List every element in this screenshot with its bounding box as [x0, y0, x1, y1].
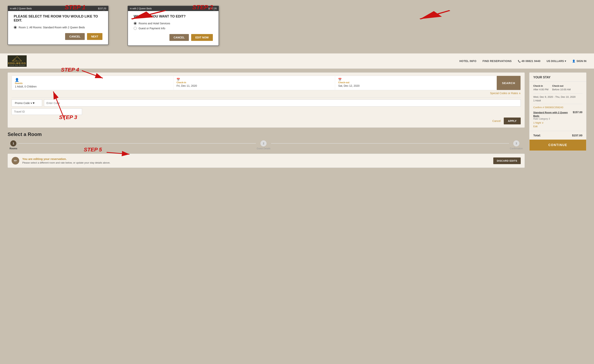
nav-currency[interactable]: US DOLLARS ▾: [547, 59, 566, 63]
stay-divider-1: [533, 93, 582, 94]
nights-toggle[interactable]: 1 Night ∨: [533, 121, 582, 124]
dialog2-buttons: CANCEL EDIT NOW: [134, 34, 213, 41]
guests-value: 1 Adult, 0 Children: [15, 85, 170, 88]
stay-dates: Wed, Dec 9, 2020 - Thu, Dec 10, 2020: [533, 96, 582, 98]
promo-select-wrap[interactable]: Promo Code ▾: [12, 99, 42, 106]
step2-label: STEP 2: [192, 4, 213, 11]
logo-area[interactable]: EDELWEISS LODGE AND RESORT: [8, 55, 27, 67]
promo-type-select[interactable]: Promo Code: [14, 101, 33, 105]
promo-code-input[interactable]: [44, 99, 521, 106]
dialog2-option2[interactable]: Guest or Payment Info: [134, 27, 213, 30]
stay-checkin-checkout-row: Check-in After 4:00 PM Check-out Before …: [533, 85, 582, 91]
dialog2: m with 2 Queen Beds $157.00 ✕ WHAT DO YO…: [128, 6, 219, 46]
stay-checkin-col: Check-in After 4:00 PM: [533, 85, 548, 91]
left-column: 👤 Guests 1 Adult, 0 Children 📅 Check-in …: [8, 72, 525, 168]
apply-button[interactable]: APPLY: [504, 117, 521, 124]
logo-subtext: LODGE AND RESORT: [9, 65, 26, 66]
step3-circle: 3: [513, 140, 519, 146]
editing-notice: ✏ You are editing your reservation. Plea…: [8, 154, 525, 168]
svg-marker-2: [13, 56, 22, 61]
stay-checkin-value: After 4:00 PM: [533, 88, 548, 91]
room-name-link[interactable]: Standard Room with 2 Queen Beds: [533, 111, 568, 117]
travel-id-row: [12, 108, 521, 115]
checkin-value: Fri, Dec 11, 2020: [176, 84, 332, 87]
step1-circle: 1: [10, 140, 16, 146]
nav-find-reservations[interactable]: FIND RESERVATIONS: [482, 59, 512, 63]
nav-hotel-info[interactable]: HOTEL INFO: [459, 59, 477, 63]
step3-annotation: STEP 3: [59, 114, 77, 120]
progress-step-1: 1 Rooms: [9, 140, 17, 150]
signin-label: SIGN IN: [576, 59, 586, 63]
dialog2-radio2[interactable]: [134, 27, 137, 30]
checkin-field[interactable]: 📅 Check-in Fri, Dec 11, 2020: [173, 76, 335, 90]
select-room-title: Select a Room: [8, 131, 525, 137]
dialog2-edit-now-button[interactable]: EDIT NOW: [191, 34, 213, 41]
nav-sign-in[interactable]: 👤 SIGN IN: [572, 59, 586, 63]
logo-name: EDELWEISS: [8, 62, 26, 65]
logo-box: EDELWEISS LODGE AND RESORT: [8, 55, 27, 67]
calendar-icon-checkout: 📅: [338, 78, 342, 81]
your-stay-card: YOUR STAY Check-in After 4:00 PM Check-o…: [529, 72, 586, 151]
dialog2-option1[interactable]: Rooms and Hotel Services: [134, 22, 213, 25]
dialog1-buttons: CANCEL NEXT: [14, 33, 102, 40]
discard-edits-button[interactable]: DISCARD EDITS: [493, 157, 521, 164]
editing-text-wrap: You are editing your reservation. Please…: [22, 157, 490, 164]
dialog1-header-room: m with 2 Queen Beds: [10, 7, 32, 10]
search-bar: 👤 Guests 1 Adult, 0 Children 📅 Check-in …: [8, 72, 525, 128]
progress-step-3: 3 Confirmation: [510, 140, 523, 150]
stay-checkout-col: Check-out Before 10:00 AM: [552, 85, 571, 91]
dialog1-next-button[interactable]: NEXT: [87, 33, 102, 40]
dialog2-option2-label: Guest or Payment Info: [139, 27, 165, 30]
stay-divider-2: [533, 104, 582, 104]
stay-guests: 1 Adult: [533, 99, 582, 102]
room-row: Standard Room with 2 Queen Beds $157.00: [533, 111, 582, 117]
search-button[interactable]: SEARCH: [497, 76, 520, 90]
progress-line-1: [18, 143, 256, 143]
room-info: Standard Room with 2 Queen Beds: [533, 111, 573, 117]
step3-circle-label: Confirmation: [510, 147, 523, 150]
room-category: Rate Category 3: [533, 117, 582, 120]
special-codes-toggle[interactable]: Special Codes or Rates ∧: [12, 90, 521, 96]
step5-annotation: STEP 5: [84, 147, 102, 153]
edit-link[interactable]: Edit: [533, 125, 582, 128]
travel-id-input[interactable]: [12, 108, 82, 115]
dialog2-radio1[interactable]: [134, 22, 137, 25]
continue-button[interactable]: CONTINUE: [529, 140, 586, 151]
chevron-down-icon: ▾: [565, 59, 566, 63]
right-column: YOUR STAY Check-in After 4:00 PM Check-o…: [529, 72, 586, 168]
your-stay-title: YOUR STAY: [529, 73, 586, 82]
promo-row: Promo Code ▾: [12, 99, 521, 106]
special-codes-cancel-button[interactable]: Cancel: [492, 119, 501, 123]
step2-circle-label: Guest Details: [257, 147, 270, 150]
total-row: Total: $157.00: [529, 131, 586, 140]
step2-circle: 2: [260, 140, 267, 146]
stay-checkout-label: Check-out: [552, 85, 571, 87]
dialog1-cancel-button[interactable]: CANCEL: [65, 33, 85, 40]
guests-field[interactable]: 👤 Guests 1 Adult, 0 Children: [12, 76, 173, 90]
special-codes-label: Special Codes or Rates: [490, 92, 518, 95]
editing-title: You are editing your reservation.: [22, 157, 490, 161]
checkout-field[interactable]: 📅 Check-out Sat, Dec 12, 2020: [335, 76, 497, 90]
dialog2-title: WHAT DO YOU WANT TO EDIT?: [134, 14, 213, 19]
user-icon: 👤: [572, 59, 575, 63]
dialog1-radio1[interactable]: [14, 26, 17, 29]
person-icon: 👤: [15, 78, 19, 82]
dialog2-option1-label: Rooms and Hotel Services: [139, 22, 170, 25]
step1-circle-label: Rooms: [9, 147, 17, 150]
dialog2-cancel-button[interactable]: CANCEL: [169, 34, 189, 41]
dialog1-option1[interactable]: Room 1: All Rooms: Standard Room with 2 …: [14, 26, 102, 29]
main-content: STEP 4 STEP 3 STEP 5: [0, 69, 594, 175]
confirm-link[interactable]: Confirm # 59008SC058243: [533, 106, 582, 109]
total-price: $157.00: [572, 134, 582, 137]
chevron-up-icon: ∧: [519, 92, 521, 95]
stay-details: Check-in After 4:00 PM Check-out Before …: [529, 82, 586, 131]
stay-checkin-label: Check-in: [533, 85, 548, 87]
step4-annotation: STEP 4: [61, 67, 79, 73]
special-codes-section: Promo Code ▾ Cancel APPLY: [12, 97, 521, 124]
stay-checkout-value: Before 10:00 AM: [552, 88, 571, 91]
dialog1-header: m with 2 Queen Beds $157.00: [8, 6, 108, 11]
dialog1-close-button[interactable]: ✕: [102, 8, 106, 12]
checkout-label: Check-out: [338, 81, 493, 84]
calendar-icon-checkin: 📅: [176, 78, 180, 81]
dialog1-option1-label: Room 1: All Rooms: Standard Room with 2 …: [19, 26, 85, 29]
